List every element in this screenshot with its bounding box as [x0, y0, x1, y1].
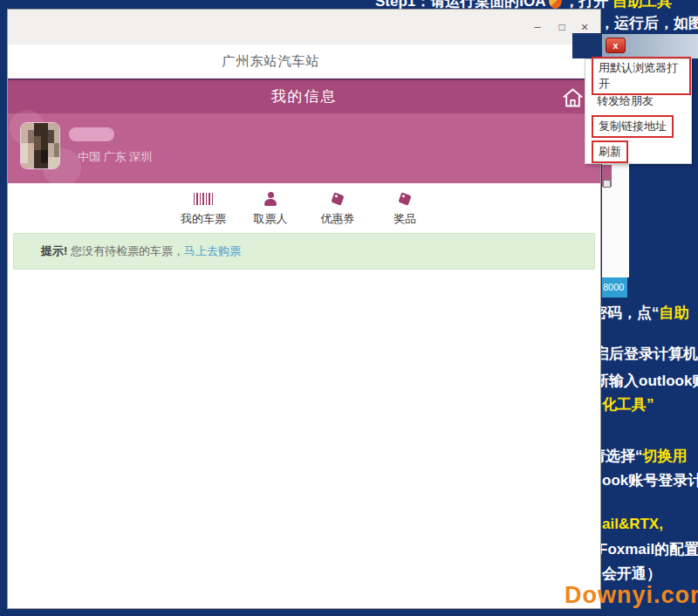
menu-item-copy-link[interactable]: 复制链接地址	[585, 113, 691, 139]
nav-label: 奖品	[379, 211, 431, 227]
nav-label: 取票人	[244, 211, 297, 227]
tutorial-snippet: ook账号登录计	[602, 470, 698, 490]
person-icon	[263, 192, 277, 206]
tutorial-snippet: 会开通）	[602, 564, 661, 584]
no-ticket-alert: 提示! 您没有待检票的车票，马上去购票	[13, 233, 595, 270]
nav-item-prizes[interactable]: 奖品	[379, 191, 431, 233]
security-shield-icon	[549, 0, 562, 9]
tutorial-snippet: ail&RTX,	[602, 516, 663, 533]
alert-prefix: 提示!	[41, 244, 67, 257]
background-port-label: 8000	[602, 277, 627, 298]
page-title: 广州东站汽车站	[222, 53, 320, 70]
avatar[interactable]	[20, 122, 60, 169]
red-close-icon[interactable]: x	[606, 38, 626, 53]
tutorial-snippet: 化工具”	[602, 394, 654, 414]
maximize-button[interactable]: □	[550, 10, 574, 44]
tutorial-snippet: 请选择“切换用	[591, 446, 688, 466]
minimize-button[interactable]: –	[525, 10, 550, 44]
nav-item-coupons[interactable]: 优惠券	[311, 191, 364, 233]
tutorial-snippet: 启后登录计算机	[594, 344, 698, 364]
user-location: 中国 广东 深圳	[78, 149, 152, 165]
blurred-username	[69, 127, 114, 141]
background-patch	[572, 33, 602, 58]
nav-item-ticket-collector[interactable]: 取票人	[244, 191, 297, 233]
barcode-icon	[194, 193, 213, 205]
screenshot-stage: Step1：请运行桌面的IOA，打开 自助工具 ，运行后，如图 密码，点“自助 …	[0, 0, 698, 616]
profile-nav: 我的车票 取票人 优惠券 奖品	[8, 183, 600, 233]
background-screenshot-fragment	[603, 180, 611, 188]
context-menu: 用默认浏览器打开 转发给朋友 复制链接地址 刷新	[585, 58, 692, 164]
menu-item-open-in-browser[interactable]: 用默认浏览器打开	[585, 63, 691, 88]
alert-message: 您没有待检票的车票，	[67, 244, 184, 257]
tutorial-snippet: Foxmail的配置	[599, 539, 698, 559]
menu-item-refresh[interactable]: 刷新	[585, 139, 691, 164]
tag-icon	[331, 192, 344, 205]
tag-icon	[398, 192, 411, 205]
downyi-watermark: Downyi.com	[565, 582, 698, 609]
home-icon[interactable]	[561, 86, 585, 110]
app-window: – □ × 广州东站汽车站 我的信息	[7, 9, 601, 609]
step-highlight: 自助工具	[612, 0, 672, 10]
nav-label: 我的车票	[177, 211, 229, 227]
nav-item-my-tickets[interactable]: 我的车票	[177, 191, 229, 233]
nav-label: 优惠券	[311, 211, 364, 227]
tutorial-run-line: ，运行后，如图	[599, 13, 698, 33]
banner-title: 我的信息	[8, 80, 600, 113]
my-info-banner: 我的信息	[8, 79, 600, 113]
tutorial-snippet: 密码，点“自助	[592, 303, 689, 323]
app-header: 广州东站汽车站	[8, 44, 600, 79]
tutorial-snippet: 新输入outlook账	[594, 371, 698, 391]
buy-ticket-link[interactable]: 马上去购票	[184, 244, 241, 257]
window-titlebar: – □ ×	[8, 10, 600, 44]
user-profile-section: 中国 广东 深圳	[8, 113, 600, 183]
